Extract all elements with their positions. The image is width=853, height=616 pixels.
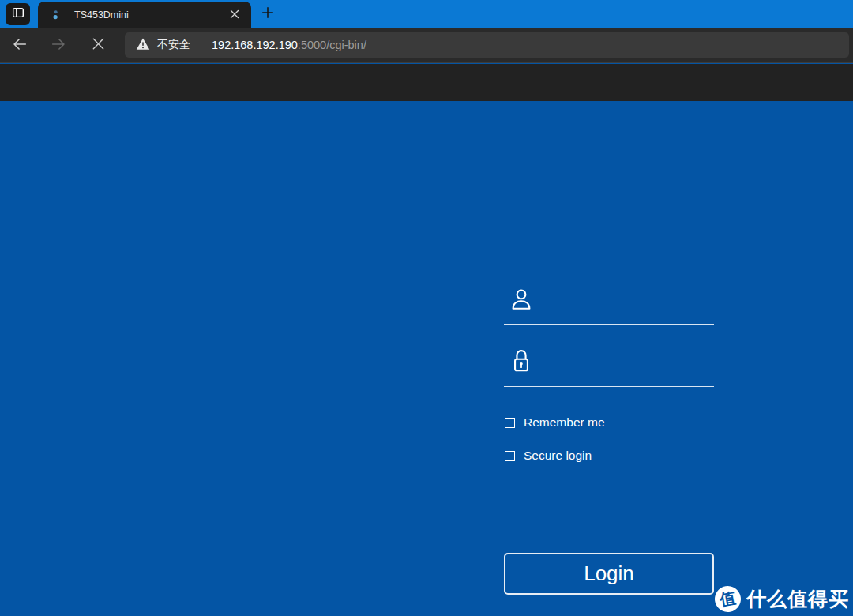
stop-x-icon bbox=[91, 36, 106, 54]
remember-me-row[interactable]: Remember me bbox=[504, 415, 605, 430]
login-page: Remember me Secure login Login 值 什么值得买 bbox=[0, 101, 853, 616]
secure-login-label: Secure login bbox=[524, 449, 592, 463]
forward-button[interactable] bbox=[48, 36, 69, 55]
warning-triangle-icon bbox=[136, 37, 150, 54]
smzdm-badge-icon: 值 bbox=[712, 584, 742, 614]
forward-arrow-icon bbox=[50, 36, 67, 56]
url-path: :5000/cgi-bin/ bbox=[298, 39, 366, 51]
url-host: 192.168.192.190 bbox=[212, 39, 298, 51]
back-button[interactable] bbox=[9, 36, 30, 55]
smzdm-watermark: 值 什么值得买 bbox=[715, 586, 849, 612]
password-field bbox=[504, 347, 714, 387]
browser-titlebar: TS453Dmini bbox=[0, 0, 853, 28]
remember-me-label: Remember me bbox=[524, 415, 605, 430]
plus-icon bbox=[260, 5, 276, 24]
lock-icon bbox=[509, 347, 533, 377]
security-chip[interactable]: 不安全 bbox=[136, 37, 190, 54]
tab-title: TS453Dmini bbox=[74, 9, 226, 21]
username-input[interactable] bbox=[543, 290, 709, 321]
tab-actions-button[interactable] bbox=[6, 3, 30, 25]
back-arrow-icon bbox=[11, 36, 28, 56]
browser-toolbar: 不安全 192.168.192.190 :5000/cgi-bin/ bbox=[0, 28, 853, 63]
user-icon bbox=[509, 287, 533, 315]
login-button[interactable]: Login bbox=[504, 553, 714, 595]
stop-button[interactable] bbox=[88, 36, 108, 55]
new-tab-button[interactable] bbox=[258, 6, 277, 23]
security-label: 不安全 bbox=[157, 38, 190, 52]
secure-login-checkbox[interactable] bbox=[505, 451, 515, 461]
close-icon bbox=[230, 8, 239, 22]
address-bar[interactable]: 不安全 192.168.192.190 :5000/cgi-bin/ bbox=[125, 32, 849, 58]
qnap-favicon-icon bbox=[50, 9, 62, 21]
login-form: Remember me Secure login Login bbox=[504, 101, 714, 616]
secure-login-row[interactable]: Secure login bbox=[504, 449, 592, 463]
username-field bbox=[504, 285, 714, 325]
remember-me-checkbox[interactable] bbox=[505, 418, 515, 428]
password-input[interactable] bbox=[543, 352, 709, 384]
browser-tab[interactable]: TS453Dmini bbox=[38, 2, 251, 28]
smzdm-watermark-text: 什么值得买 bbox=[746, 586, 849, 612]
page-header-strip bbox=[0, 64, 853, 101]
url-divider bbox=[201, 39, 201, 52]
browser-window: { "colors": { "titlebar_blue": "#0b79d4"… bbox=[0, 0, 853, 616]
tab-actions-icon bbox=[11, 6, 25, 23]
tab-close-button[interactable] bbox=[226, 6, 243, 24]
